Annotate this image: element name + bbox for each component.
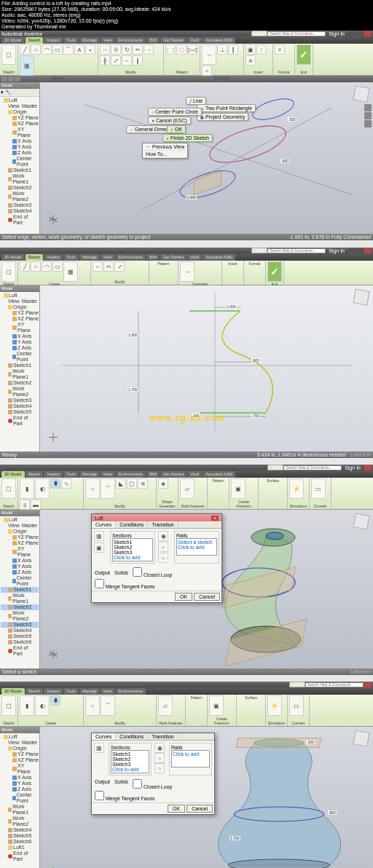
hole-button[interactable]: ○ [85,695,100,716]
scale-button[interactable]: ⤢ [114,261,125,272]
sections-list[interactable]: Sketch1 Sketch2 Sketch3 Click to add [111,750,149,773]
revolve-button[interactable]: ◐ [35,695,50,716]
tree-z-axis[interactable]: Z Axis [1,150,39,156]
tab-autodesk[interactable]: Autodesk A360 [203,37,235,44]
sections-list[interactable]: Sketch1 Sketch2 Sketch3 Click to add [112,538,153,561]
shell-button[interactable]: ▢ [127,478,137,489]
tab-inspect[interactable]: Inspect [44,688,63,695]
constraint-icon[interactable]: ⊥ [217,44,227,55]
help-search-input[interactable] [267,31,326,36]
trim-button[interactable]: ✂ [133,44,143,55]
tab-curves[interactable]: Curves [92,733,116,740]
fillet-button[interactable]: ⌒ [101,695,115,716]
tab-inspect[interactable]: Inspect [44,37,63,44]
finish-sketch-button[interactable] [297,44,311,65]
context-menu[interactable]: ← Previous View How To... [142,143,188,159]
tab-getstarted[interactable]: Get Started [160,254,186,261]
tree-sketch5[interactable]: Sketch5 [1,409,39,415]
tree-z-axis[interactable]: Z Axis [1,345,39,351]
help-search-input[interactable] [305,682,364,687]
tree-root[interactable]: Loft [1,98,39,103]
tree-yz-plane[interactable]: YZ Plane [1,115,39,121]
tab-environments[interactable]: Environments [116,37,146,44]
circle-button[interactable]: ○ [31,44,41,55]
tab-inspect[interactable]: Inspect [44,471,63,478]
line-button[interactable]: ╱ [20,261,30,272]
tree-y-axis[interactable]: Y Axis [1,339,39,345]
tree-sketch3[interactable]: Sketch3 [1,202,39,208]
tab-vault[interactable]: Vault [187,254,202,261]
tree-y-axis[interactable]: Y Axis [1,144,39,150]
tree-center-point[interactable]: Center Point [1,351,39,363]
project-geometry-button[interactable]: ▦ [63,261,78,282]
constraint-icon[interactable]: ∥ [228,44,238,55]
tab-transition[interactable]: Transition [148,521,178,528]
tree-sketch2[interactable]: Sketch2 [1,380,39,386]
rib-button[interactable]: ▬ [31,500,41,510]
tree-view[interactable]: View: Master [1,299,39,304]
cancel-button[interactable]: Cancel [186,805,213,813]
qat-button[interactable] [15,76,20,82]
tree-workplane1[interactable]: Work Plane1 [1,368,39,380]
trim-button[interactable]: ✂ [103,261,114,272]
close-button[interactable] [364,682,372,687]
tree-xy-plane[interactable]: XY Plane [1,127,39,138]
stretch-button[interactable]: ↔ [122,55,132,66]
text-button[interactable]: A [74,44,85,55]
format-button[interactable]: ≡ [275,44,285,55]
arc-button[interactable]: ◠ [42,261,52,272]
tab-bim[interactable]: BIM [146,254,160,261]
tree-sketch1[interactable]: Sketch1 [1,167,39,173]
copy-button[interactable]: ⎘ [111,44,121,55]
thread-button[interactable]: ≋ [138,478,148,489]
viewport-3d[interactable]: .500 .900 1.000 ╱ Line ▭ Two Point Recta… [40,82,373,234]
circular-pattern-button[interactable]: ◌ [176,44,186,55]
rectangular-pattern-button[interactable]: ⋮⋮ [165,44,176,55]
start-sketch-button[interactable]: ▢ [1,695,16,716]
qat-button[interactable] [8,76,14,82]
tab-bim[interactable]: BIM [146,37,160,44]
tree-sketch3[interactable]: Sketch3 [1,398,39,403]
tree-view[interactable]: View: Master [1,103,39,109]
tab-view[interactable]: View [101,688,115,695]
tree-origin[interactable]: Origin [1,109,39,115]
maximize-button[interactable] [356,31,364,36]
close-button[interactable] [364,465,372,470]
tab-autodesk[interactable]: Autodesk A360 [203,471,235,478]
maximize-button[interactable] [356,248,364,253]
minimize-button[interactable] [348,248,356,253]
doc-tab-loft[interactable]: Loft [267,465,283,470]
closed-loop-checkbox[interactable]: Closed Loop [133,779,172,789]
line-button[interactable]: ╱ [20,44,30,55]
tree-end[interactable]: End of Part [1,415,39,427]
chamfer-button[interactable]: ◣ [116,478,126,489]
extend-button[interactable]: → [144,44,154,55]
move-button[interactable]: ↔ [93,261,103,272]
shape-gen-button[interactable]: ◈ [158,478,168,489]
tab-vault[interactable]: Vault [187,471,202,478]
tab-manage[interactable]: Manage [79,37,100,44]
convert-sm-button[interactable]: ▭ [289,695,304,716]
tab-getstarted[interactable]: Get Started [160,37,186,44]
tab-curves[interactable]: Curves [92,521,116,528]
doc-tab-loft[interactable]: Loft [251,248,267,253]
dialog-titlebar[interactable]: Loft × [92,514,221,521]
close-button[interactable] [364,248,372,253]
tab-tools[interactable]: Tools [63,471,79,478]
tree-workplane2[interactable]: Work Plane2 [1,386,39,398]
doc-tab-loft[interactable]: Loft [251,31,267,36]
cancel-button[interactable]: Cancel [194,593,220,601]
tab-tools[interactable]: Tools [63,37,79,44]
help-search-input[interactable] [283,465,342,470]
dimension-button[interactable]: ↔ [202,44,216,65]
dimension-button[interactable]: ↔ [180,261,195,282]
cm-prev-view[interactable]: ← Previous View [143,143,187,151]
rectangle-button[interactable]: ▭ [52,44,63,55]
rails-list[interactable]: Select a sketch Click to add [176,538,217,556]
hole-button[interactable]: ○ [85,478,100,499]
stress-button[interactable]: ⚡ [289,478,304,499]
sweep-button[interactable]: ∿ [61,478,71,489]
help-search-input[interactable] [267,248,326,253]
loft-button[interactable]: ⬮ [50,478,60,489]
loft-dialog[interactable]: Loft × Curves Conditions Transition ▦ ▣ … [91,513,222,603]
